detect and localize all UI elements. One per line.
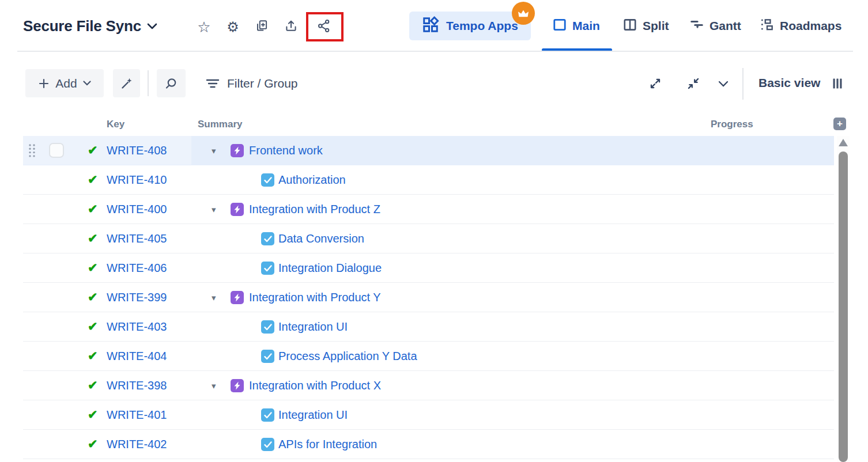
add-column-button[interactable]: + xyxy=(833,118,846,130)
gantt-icon xyxy=(689,17,704,35)
structure-title-menu[interactable]: Secure File Sync xyxy=(23,17,157,35)
star-icon: ☆ xyxy=(197,20,210,35)
filter-group-button[interactable]: Filter / Group xyxy=(205,69,298,97)
issue-key-link[interactable]: WRITE-404 xyxy=(107,350,167,363)
task-type-icon xyxy=(261,350,274,363)
issue-key-link[interactable]: WRITE-400 xyxy=(107,203,167,216)
collapse-triangle-icon[interactable]: ▾ xyxy=(212,292,216,304)
copy-structure-button[interactable] xyxy=(254,19,270,35)
column-header-key[interactable]: Key xyxy=(107,119,124,130)
drag-handle[interactable] xyxy=(28,143,36,161)
status-done-check-icon: ✔ xyxy=(88,437,98,451)
table-row[interactable]: ✔ WRITE-401 Integration UI xyxy=(23,400,834,430)
progress-bar xyxy=(712,264,807,272)
issue-key-link[interactable]: WRITE-410 xyxy=(107,173,167,187)
issue-summary-link[interactable]: Integration UI xyxy=(278,408,348,422)
tab-gantt-label: Gantt xyxy=(710,19,741,33)
tab-split[interactable]: Split xyxy=(622,17,669,35)
progress-bar xyxy=(712,235,807,243)
table-body: ✔ WRITE-408 ▾ Frontend work ✔ WRITE-410 … xyxy=(23,136,834,459)
chevron-down-icon xyxy=(83,81,91,86)
issue-summary-link[interactable]: APIs for Integration xyxy=(278,438,377,451)
issue-summary-link[interactable]: Integration with Product Z xyxy=(249,203,380,216)
filter-group-label: Filter / Group xyxy=(227,77,298,90)
favorite-button[interactable]: ☆ xyxy=(196,19,212,35)
search-icon xyxy=(164,77,178,90)
issue-summary-link[interactable]: Integration with Product X xyxy=(249,379,381,392)
issue-key-link[interactable]: WRITE-398 xyxy=(107,379,167,392)
tab-main[interactable]: Main xyxy=(552,17,600,35)
tab-gantt[interactable]: Gantt xyxy=(689,17,741,35)
table-row[interactable]: ✔ WRITE-399 ▾ Integration with Product Y xyxy=(23,283,834,312)
issue-key-link[interactable]: WRITE-406 xyxy=(107,262,167,275)
scrollbar-thumb[interactable] xyxy=(839,152,848,462)
table-row[interactable]: ✔ WRITE-398 ▾ Integration with Product X xyxy=(23,371,834,400)
wand-icon xyxy=(120,77,134,90)
issue-summary-link[interactable]: Integration Dialogue xyxy=(278,262,382,275)
automation-wand-button[interactable] xyxy=(113,69,140,97)
status-done-check-icon: ✔ xyxy=(88,290,98,304)
table-row[interactable]: ✔ WRITE-403 Integration UI xyxy=(23,312,834,342)
table-row[interactable]: ✔ WRITE-402 APIs for Integration xyxy=(23,430,834,459)
task-type-icon xyxy=(261,408,274,422)
crown-icon xyxy=(518,9,529,18)
progress-bar xyxy=(712,411,807,419)
page-title: Secure File Sync xyxy=(23,17,141,35)
columns-button[interactable] xyxy=(830,76,845,91)
tab-roadmaps-label: Roadmaps xyxy=(780,19,841,33)
tab-roadmaps[interactable]: Roadmaps xyxy=(760,17,841,35)
issue-key-link[interactable]: WRITE-405 xyxy=(107,232,167,245)
status-done-check-icon: ✔ xyxy=(88,173,98,187)
collapse-triangle-icon[interactable]: ▾ xyxy=(212,380,216,392)
filter-icon xyxy=(205,77,220,90)
table-row[interactable]: ✔ WRITE-405 Data Conversion xyxy=(23,224,834,253)
task-type-icon xyxy=(261,173,274,187)
toolbar-divider xyxy=(742,68,744,100)
search-button[interactable] xyxy=(157,69,186,97)
status-done-check-icon: ✔ xyxy=(88,320,98,334)
collapse-triangle-icon[interactable]: ▾ xyxy=(212,204,216,215)
progress-bar xyxy=(712,176,807,184)
table-row[interactable]: ✔ WRITE-400 ▾ Integration with Product Z xyxy=(23,195,834,224)
table-row[interactable]: ✔ WRITE-406 Integration Dialogue xyxy=(23,253,834,283)
task-type-icon xyxy=(261,232,274,245)
more-view-options-button[interactable] xyxy=(716,76,731,91)
collapse-all-button[interactable] xyxy=(686,76,701,91)
issue-summary-link[interactable]: Data Conversion xyxy=(278,232,364,245)
column-header-summary[interactable]: Summary xyxy=(198,119,242,130)
table-row[interactable]: ✔ WRITE-408 ▾ Frontend work xyxy=(23,136,834,165)
view-selector[interactable]: Basic view xyxy=(758,76,820,90)
table-row[interactable]: ✔ WRITE-410 Authorization xyxy=(23,165,834,195)
issue-key-link[interactable]: WRITE-403 xyxy=(107,320,167,334)
issue-key-link[interactable]: WRITE-399 xyxy=(107,291,167,304)
progress-bar xyxy=(712,323,807,331)
issue-summary-link[interactable]: Frontend work xyxy=(249,144,323,157)
task-type-icon xyxy=(261,320,274,334)
issue-key-link[interactable]: WRITE-402 xyxy=(107,438,167,451)
issue-key-link[interactable]: WRITE-408 xyxy=(107,144,167,157)
issue-summary-link[interactable]: Integration UI xyxy=(278,320,348,334)
collapse-triangle-icon[interactable]: ▾ xyxy=(212,145,216,157)
share-button-highlight-box xyxy=(306,12,344,41)
add-button-label: Add xyxy=(55,77,77,90)
toolbar-divider xyxy=(148,70,149,96)
expand-all-button[interactable] xyxy=(648,76,663,91)
issue-summary-link[interactable]: Authorization xyxy=(278,173,346,187)
status-done-check-icon: ✔ xyxy=(88,232,98,245)
chevron-down-icon xyxy=(718,81,729,87)
scrollbar-up-arrow[interactable] xyxy=(839,139,848,146)
add-button[interactable]: Add xyxy=(25,69,104,97)
status-done-check-icon: ✔ xyxy=(88,261,98,275)
progress-bar xyxy=(712,294,807,301)
row-checkbox[interactable] xyxy=(49,143,64,158)
settings-button[interactable]: ⚙ xyxy=(225,19,241,35)
expand-all-icon xyxy=(648,76,663,91)
column-header-progress[interactable]: Progress xyxy=(711,119,753,130)
issue-key-link[interactable]: WRITE-401 xyxy=(107,408,167,422)
issue-summary-link[interactable]: Integration with Product Y xyxy=(249,291,381,304)
table-row[interactable]: ✔ WRITE-404 Process Application Y Data xyxy=(23,342,834,371)
chevron-down-icon xyxy=(147,23,157,30)
app-header: Secure File Sync ☆ ⚙ xyxy=(0,0,868,51)
export-button[interactable] xyxy=(283,19,299,35)
issue-summary-link[interactable]: Process Application Y Data xyxy=(278,350,417,363)
